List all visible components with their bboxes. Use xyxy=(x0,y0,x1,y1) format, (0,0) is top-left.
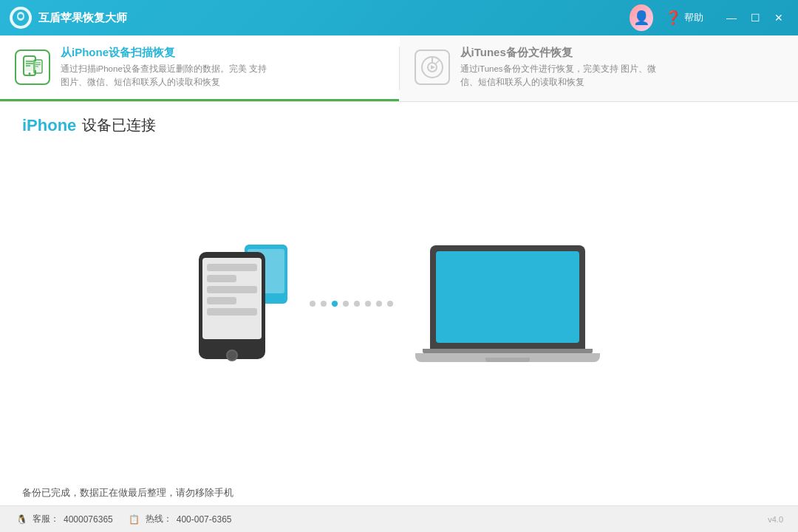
tab-itunes-text: 从iTunes备份文件恢复 通过iTunes备份文件进行恢复，完美支持 图片、微… xyxy=(460,46,667,89)
dot-2 xyxy=(321,301,327,307)
dot-7 xyxy=(376,301,382,307)
laptop-illustration xyxy=(415,245,600,362)
dot-6 xyxy=(365,301,371,307)
illustration-area xyxy=(0,120,798,486)
main-content: iPhone 设备已连接 xyxy=(0,102,798,532)
tabs-container: 从iPhone设备扫描恢复 通过扫描iPhone设备查找最近删除的数据。完美 支… xyxy=(0,35,798,102)
minimize-button[interactable]: — xyxy=(721,7,742,28)
hotline-label: 热线： xyxy=(146,513,172,525)
screen-line-4 xyxy=(207,297,237,304)
qq-icon: 🐧 xyxy=(15,513,28,526)
screen-line-5 xyxy=(207,308,257,316)
tab-scan[interactable]: 从iPhone设备扫描恢复 通过扫描iPhone设备查找最近删除的数据。完美 支… xyxy=(0,35,399,101)
laptop-base xyxy=(415,353,600,362)
phone-scan-icon xyxy=(19,54,46,81)
tab-scan-text: 从iPhone设备扫描恢复 通过扫描iPhone设备查找最近删除的数据。完美 支… xyxy=(61,46,267,89)
title-bar: 互盾苹果恢复大师 👤 ❓ 帮助 — ☐ ✕ xyxy=(0,0,798,35)
dot-8 xyxy=(387,301,393,307)
itunes-icon xyxy=(419,54,446,81)
footer-status: 备份已完成，数据正在做最后整理，请勿移除手机 xyxy=(0,486,798,505)
close-button[interactable]: ✕ xyxy=(768,7,789,28)
svg-point-8 xyxy=(29,72,31,75)
svg-point-2 xyxy=(18,14,23,18)
contact-info: 🐧 客服： 4000076365 📋 热线： 400-007-6365 xyxy=(15,513,231,526)
hotline-item: 📋 热线： 400-007-6365 xyxy=(128,513,232,526)
help-icon: ❓ xyxy=(665,10,681,26)
laptop-screen-inner xyxy=(436,251,579,343)
customer-service-item: 🐧 客服： 4000076365 xyxy=(15,513,113,526)
screen-line-2 xyxy=(207,275,237,282)
customer-service-number: 4000076365 xyxy=(64,514,113,525)
tab-scan-icon-box xyxy=(15,50,50,85)
customer-service-label: 客服： xyxy=(33,513,59,525)
help-button[interactable]: ❓ 帮助 xyxy=(659,7,709,29)
svg-line-17 xyxy=(435,60,440,64)
transfer-dots xyxy=(287,301,415,307)
phone-device xyxy=(199,252,265,359)
tab-itunes-desc: 通过iTunes备份文件进行恢复，完美支持 图片、微信、短信和联系人的读取和恢复 xyxy=(460,63,667,89)
footer-status-text: 备份已完成，数据正在做最后整理，请勿移除手机 xyxy=(22,487,233,498)
app-logo-icon xyxy=(9,6,33,30)
phone-screen xyxy=(202,258,262,339)
version-label: v4.0 xyxy=(768,515,783,524)
phone-icon: 📋 xyxy=(128,513,141,526)
hotline-number: 400-007-6365 xyxy=(177,514,232,525)
dot-1 xyxy=(310,301,316,307)
screen-line-1 xyxy=(207,264,257,271)
laptop-screen-outer xyxy=(430,245,585,349)
maximize-button[interactable]: ☐ xyxy=(745,7,765,28)
tab-itunes-icon-box xyxy=(415,50,450,85)
screen-line-3 xyxy=(207,286,257,293)
phone-home-button xyxy=(226,349,238,361)
tab-itunes[interactable]: 从iTunes备份文件恢复 通过iTunes备份文件进行恢复，完美支持 图片、微… xyxy=(400,35,799,101)
phone-illustration xyxy=(199,245,287,363)
tab-itunes-title: 从iTunes备份文件恢复 xyxy=(460,46,667,60)
tab-scan-title: 从iPhone设备扫描恢复 xyxy=(61,46,267,60)
title-bar-right: 👤 ❓ 帮助 — ☐ ✕ xyxy=(630,6,789,30)
profile-button[interactable]: 👤 xyxy=(630,6,653,30)
dot-5 xyxy=(354,301,360,307)
svg-marker-18 xyxy=(431,65,435,69)
window-controls: — ☐ ✕ xyxy=(721,7,789,28)
profile-avatar: 👤 xyxy=(630,4,653,31)
app-title: 互盾苹果恢复大师 xyxy=(38,11,630,25)
laptop-hinge xyxy=(423,349,593,353)
dot-4 xyxy=(343,301,349,307)
dot-3-active xyxy=(332,301,338,307)
help-label: 帮助 xyxy=(684,11,703,24)
tab-scan-desc: 通过扫描iPhone设备查找最近删除的数据。完美 支持图片、微信、短信和联系人的… xyxy=(61,63,267,89)
bottom-bar: 🐧 客服： 4000076365 📋 热线： 400-007-6365 v4.0 xyxy=(0,505,798,532)
